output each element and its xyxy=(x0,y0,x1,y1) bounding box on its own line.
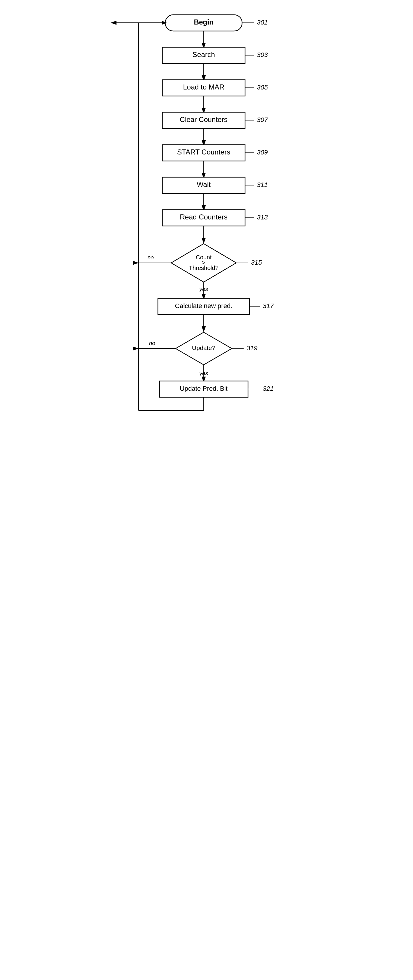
clear-counters-ref: 307 xyxy=(257,116,268,124)
wait-ref: 311 xyxy=(257,181,268,188)
calculate-new-pred-label: Calculate new pred. xyxy=(175,302,232,310)
flowchart: Begin 301 Search 303 Load to MAR 305 Cle… xyxy=(103,6,310,952)
no-label-2: no xyxy=(149,340,155,346)
start-counters-label: START Counters xyxy=(177,148,230,156)
search-label: Search xyxy=(192,51,215,59)
update-ref: 319 xyxy=(247,344,257,352)
wait-label: Wait xyxy=(196,180,210,188)
begin-ref: 301 xyxy=(257,19,268,26)
count-threshold-line3: Threshold? xyxy=(189,265,218,271)
update-pred-bit-label: Update Pred. Bit xyxy=(180,385,227,392)
load-to-mar-ref: 305 xyxy=(257,84,268,91)
update-pred-bit-ref: 321 xyxy=(263,385,274,392)
update-label: Update? xyxy=(192,344,215,351)
read-counters-ref: 313 xyxy=(257,213,268,221)
count-threshold-ref: 315 xyxy=(251,259,262,266)
read-counters-label: Read Counters xyxy=(180,213,227,221)
flowchart-svg: Begin 301 Search 303 Load to MAR 305 Cle… xyxy=(103,6,310,951)
start-counters-ref: 309 xyxy=(257,149,268,156)
no-label-1: no xyxy=(148,254,154,261)
begin-label: Begin xyxy=(194,18,214,26)
load-to-mar-label: Load to MAR xyxy=(183,83,224,91)
search-ref: 303 xyxy=(257,51,268,59)
calculate-new-pred-ref: 317 xyxy=(263,302,274,310)
clear-counters-label: Clear Counters xyxy=(180,116,227,124)
